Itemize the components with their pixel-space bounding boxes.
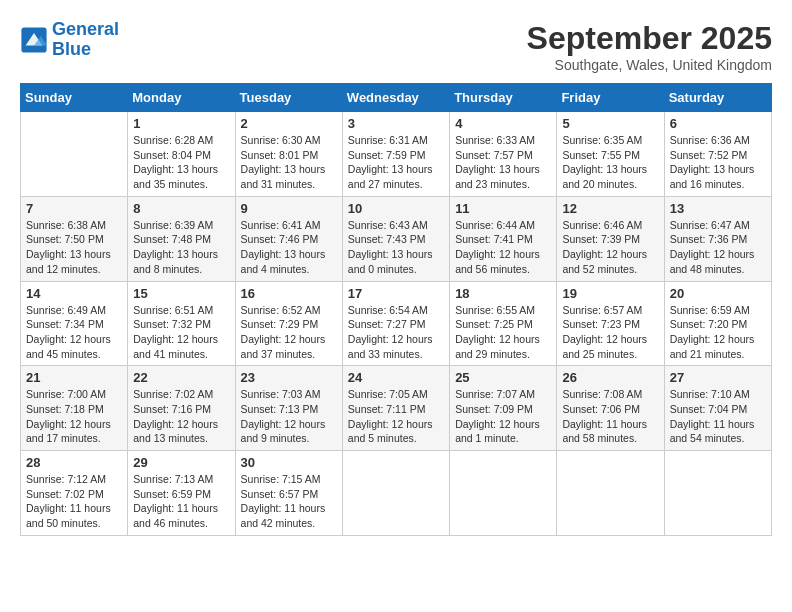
day-info: Sunrise: 6:46 AMSunset: 7:39 PMDaylight:… [562,218,658,277]
day-number: 4 [455,116,551,131]
day-info: Sunrise: 6:47 AMSunset: 7:36 PMDaylight:… [670,218,766,277]
day-info: Sunrise: 7:08 AMSunset: 7:06 PMDaylight:… [562,387,658,446]
calendar-cell: 29Sunrise: 7:13 AMSunset: 6:59 PMDayligh… [128,451,235,536]
calendar-cell: 17Sunrise: 6:54 AMSunset: 7:27 PMDayligh… [342,281,449,366]
day-info: Sunrise: 7:12 AMSunset: 7:02 PMDaylight:… [26,472,122,531]
day-number: 25 [455,370,551,385]
day-info: Sunrise: 7:10 AMSunset: 7:04 PMDaylight:… [670,387,766,446]
weekday-header: Saturday [664,84,771,112]
logo-line2: Blue [52,39,91,59]
day-info: Sunrise: 6:33 AMSunset: 7:57 PMDaylight:… [455,133,551,192]
day-info: Sunrise: 6:36 AMSunset: 7:52 PMDaylight:… [670,133,766,192]
calendar-cell: 28Sunrise: 7:12 AMSunset: 7:02 PMDayligh… [21,451,128,536]
weekday-header: Thursday [450,84,557,112]
day-info: Sunrise: 6:31 AMSunset: 7:59 PMDaylight:… [348,133,444,192]
calendar-cell: 20Sunrise: 6:59 AMSunset: 7:20 PMDayligh… [664,281,771,366]
weekday-header: Friday [557,84,664,112]
day-info: Sunrise: 6:43 AMSunset: 7:43 PMDaylight:… [348,218,444,277]
weekday-header: Monday [128,84,235,112]
day-info: Sunrise: 6:38 AMSunset: 7:50 PMDaylight:… [26,218,122,277]
day-info: Sunrise: 6:57 AMSunset: 7:23 PMDaylight:… [562,303,658,362]
day-number: 22 [133,370,229,385]
calendar-week-row: 7Sunrise: 6:38 AMSunset: 7:50 PMDaylight… [21,196,772,281]
calendar-cell: 10Sunrise: 6:43 AMSunset: 7:43 PMDayligh… [342,196,449,281]
day-info: Sunrise: 7:02 AMSunset: 7:16 PMDaylight:… [133,387,229,446]
day-info: Sunrise: 6:52 AMSunset: 7:29 PMDaylight:… [241,303,337,362]
day-info: Sunrise: 6:54 AMSunset: 7:27 PMDaylight:… [348,303,444,362]
calendar-cell: 26Sunrise: 7:08 AMSunset: 7:06 PMDayligh… [557,366,664,451]
day-number: 6 [670,116,766,131]
calendar-cell: 8Sunrise: 6:39 AMSunset: 7:48 PMDaylight… [128,196,235,281]
calendar-week-row: 1Sunrise: 6:28 AMSunset: 8:04 PMDaylight… [21,112,772,197]
day-info: Sunrise: 6:59 AMSunset: 7:20 PMDaylight:… [670,303,766,362]
header-row: SundayMondayTuesdayWednesdayThursdayFrid… [21,84,772,112]
day-number: 3 [348,116,444,131]
day-number: 18 [455,286,551,301]
day-number: 19 [562,286,658,301]
calendar-cell: 16Sunrise: 6:52 AMSunset: 7:29 PMDayligh… [235,281,342,366]
day-number: 14 [26,286,122,301]
day-info: Sunrise: 6:30 AMSunset: 8:01 PMDaylight:… [241,133,337,192]
calendar-cell: 30Sunrise: 7:15 AMSunset: 6:57 PMDayligh… [235,451,342,536]
calendar-cell: 4Sunrise: 6:33 AMSunset: 7:57 PMDaylight… [450,112,557,197]
day-info: Sunrise: 7:13 AMSunset: 6:59 PMDaylight:… [133,472,229,531]
calendar-cell: 7Sunrise: 6:38 AMSunset: 7:50 PMDaylight… [21,196,128,281]
calendar-cell: 6Sunrise: 6:36 AMSunset: 7:52 PMDaylight… [664,112,771,197]
calendar-cell: 5Sunrise: 6:35 AMSunset: 7:55 PMDaylight… [557,112,664,197]
day-number: 10 [348,201,444,216]
day-info: Sunrise: 6:49 AMSunset: 7:34 PMDaylight:… [26,303,122,362]
day-number: 12 [562,201,658,216]
day-info: Sunrise: 6:39 AMSunset: 7:48 PMDaylight:… [133,218,229,277]
month-title: September 2025 [527,20,772,57]
calendar-week-row: 14Sunrise: 6:49 AMSunset: 7:34 PMDayligh… [21,281,772,366]
calendar-cell: 15Sunrise: 6:51 AMSunset: 7:32 PMDayligh… [128,281,235,366]
calendar-cell: 23Sunrise: 7:03 AMSunset: 7:13 PMDayligh… [235,366,342,451]
calendar-table: SundayMondayTuesdayWednesdayThursdayFrid… [20,83,772,536]
day-number: 20 [670,286,766,301]
weekday-header: Tuesday [235,84,342,112]
calendar-cell: 12Sunrise: 6:46 AMSunset: 7:39 PMDayligh… [557,196,664,281]
day-info: Sunrise: 7:00 AMSunset: 7:18 PMDaylight:… [26,387,122,446]
day-number: 8 [133,201,229,216]
day-info: Sunrise: 6:41 AMSunset: 7:46 PMDaylight:… [241,218,337,277]
calendar-cell: 1Sunrise: 6:28 AMSunset: 8:04 PMDaylight… [128,112,235,197]
page-header: General Blue September 2025 Southgate, W… [20,20,772,73]
day-number: 21 [26,370,122,385]
calendar-week-row: 28Sunrise: 7:12 AMSunset: 7:02 PMDayligh… [21,451,772,536]
day-number: 23 [241,370,337,385]
day-info: Sunrise: 6:28 AMSunset: 8:04 PMDaylight:… [133,133,229,192]
day-info: Sunrise: 6:55 AMSunset: 7:25 PMDaylight:… [455,303,551,362]
day-number: 30 [241,455,337,470]
day-number: 9 [241,201,337,216]
day-info: Sunrise: 7:03 AMSunset: 7:13 PMDaylight:… [241,387,337,446]
calendar-cell: 13Sunrise: 6:47 AMSunset: 7:36 PMDayligh… [664,196,771,281]
day-info: Sunrise: 7:15 AMSunset: 6:57 PMDaylight:… [241,472,337,531]
location: Southgate, Wales, United Kingdom [527,57,772,73]
weekday-header: Wednesday [342,84,449,112]
calendar-cell: 22Sunrise: 7:02 AMSunset: 7:16 PMDayligh… [128,366,235,451]
calendar-cell: 3Sunrise: 6:31 AMSunset: 7:59 PMDaylight… [342,112,449,197]
calendar-cell [342,451,449,536]
calendar-cell: 18Sunrise: 6:55 AMSunset: 7:25 PMDayligh… [450,281,557,366]
day-number: 28 [26,455,122,470]
calendar-cell: 21Sunrise: 7:00 AMSunset: 7:18 PMDayligh… [21,366,128,451]
calendar-cell: 9Sunrise: 6:41 AMSunset: 7:46 PMDaylight… [235,196,342,281]
day-number: 24 [348,370,444,385]
day-info: Sunrise: 6:44 AMSunset: 7:41 PMDaylight:… [455,218,551,277]
day-number: 17 [348,286,444,301]
day-info: Sunrise: 7:07 AMSunset: 7:09 PMDaylight:… [455,387,551,446]
day-number: 1 [133,116,229,131]
day-number: 5 [562,116,658,131]
day-number: 7 [26,201,122,216]
day-number: 27 [670,370,766,385]
logo: General Blue [20,20,119,60]
day-info: Sunrise: 7:05 AMSunset: 7:11 PMDaylight:… [348,387,444,446]
day-number: 11 [455,201,551,216]
title-block: September 2025 Southgate, Wales, United … [527,20,772,73]
calendar-cell: 19Sunrise: 6:57 AMSunset: 7:23 PMDayligh… [557,281,664,366]
day-number: 26 [562,370,658,385]
calendar-cell: 2Sunrise: 6:30 AMSunset: 8:01 PMDaylight… [235,112,342,197]
day-info: Sunrise: 6:51 AMSunset: 7:32 PMDaylight:… [133,303,229,362]
calendar-cell [450,451,557,536]
calendar-cell [664,451,771,536]
